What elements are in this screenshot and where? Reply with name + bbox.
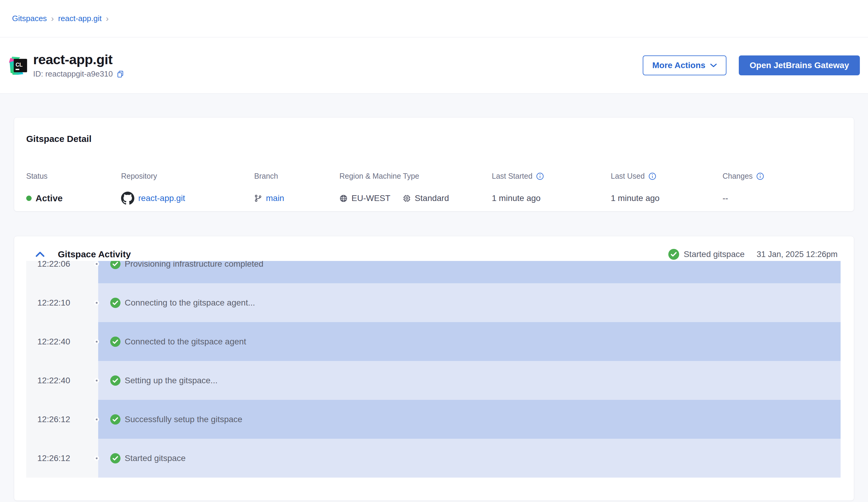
detail-fields: Status Active Repository react-app.git	[26, 172, 842, 205]
gitspace-activity-card: Gitspace Activity Started gitspace 31 Ja…	[14, 236, 854, 501]
title-block: react-app.git ID: reactappgit-a9e310	[33, 52, 124, 79]
log-message: Setting up the gitspace...	[125, 376, 217, 386]
page-title: react-app.git	[33, 52, 124, 67]
check-circle-icon	[110, 337, 121, 347]
last-used-value: 1 minute ago	[611, 191, 723, 205]
log-message: Connecting to the gitspace agent...	[125, 298, 255, 308]
gitspace-detail-card: Gitspace Detail Status Active Repository	[14, 117, 854, 212]
log-time: 12:26:12	[26, 439, 98, 478]
region-machine-label: Region & Machine Type	[339, 172, 492, 181]
globe-icon	[339, 194, 348, 203]
breadcrumb-link-gitspaces[interactable]: Gitspaces	[12, 14, 47, 23]
log-time: 12:22:40	[26, 361, 98, 400]
repository-link[interactable]: react-app.git	[138, 193, 185, 203]
branch-link[interactable]: main	[266, 193, 284, 203]
breadcrumb: Gitspaces › react-app.git ›	[0, 0, 868, 37]
check-circle-icon	[110, 414, 121, 424]
log-message: Successfully setup the gitspace	[125, 414, 242, 424]
info-icon[interactable]	[536, 172, 544, 180]
log-row: 12:22:06 Provisioning infrastructure com…	[26, 261, 840, 283]
activity-status-text: Started gitspace	[684, 249, 744, 259]
region-value: EU-WEST	[351, 193, 390, 203]
log-time: 12:22:40	[26, 322, 98, 361]
log-time: 12:22:06	[26, 261, 98, 283]
status-value: Active	[35, 193, 63, 203]
log-row: 12:22:40 Setting up the gitspace...	[26, 361, 840, 400]
field-region-machine: Region & Machine Type EU-WEST	[339, 172, 492, 205]
activity-log[interactable]: 12:22:06 Provisioning infrastructure com…	[26, 261, 840, 478]
copy-icon[interactable]	[116, 70, 124, 78]
timeline-dot-icon	[94, 339, 99, 344]
check-circle-icon	[110, 261, 121, 269]
log-time: 12:26:12	[26, 400, 98, 439]
machine-type-value: Standard	[415, 193, 449, 203]
gitspace-id: ID: reactappgit-a9e310	[33, 69, 113, 79]
activity-status: Started gitspace	[668, 249, 744, 260]
last-started-value: 1 minute ago	[492, 191, 611, 205]
field-branch: Branch main	[254, 172, 339, 205]
repository-label: Repository	[121, 172, 254, 181]
cpu-chip-icon	[403, 194, 411, 203]
svg-text:CL: CL	[16, 62, 23, 68]
status-label: Status	[26, 172, 121, 181]
open-jetbrains-gateway-button[interactable]: Open JetBrains Gateway	[739, 55, 860, 75]
field-status: Status Active	[26, 172, 121, 205]
log-message: Provisioning infrastructure completed	[125, 261, 264, 269]
breadcrumb-link-react-app[interactable]: react-app.git	[58, 14, 102, 23]
chevron-down-icon	[710, 63, 717, 68]
log-row: 12:26:12 Successfully setup the gitspace	[26, 400, 840, 439]
log-time: 12:22:10	[26, 283, 98, 322]
last-started-label: Last Started	[492, 172, 533, 181]
chevron-up-icon[interactable]	[35, 251, 44, 258]
timeline-dot-icon	[94, 378, 99, 383]
check-circle-icon	[110, 453, 121, 463]
log-message: Connected to the gitspace agent	[125, 337, 246, 347]
log-row: 12:22:40 Connected to the gitspace agent	[26, 322, 840, 361]
timeline-dot-icon	[94, 300, 99, 305]
timeline-dot-icon	[94, 417, 99, 422]
timeline-dot-icon	[94, 456, 99, 461]
page-body: Gitspace Detail Status Active Repository	[0, 94, 868, 502]
activity-header: Gitspace Activity Started gitspace 31 Ja…	[14, 236, 854, 261]
info-icon[interactable]	[649, 172, 656, 180]
branch-label: Branch	[254, 172, 339, 181]
changes-value: --	[723, 191, 842, 205]
github-icon	[121, 192, 134, 205]
info-icon[interactable]	[756, 172, 764, 180]
activity-title: Gitspace Activity	[58, 249, 131, 259]
more-actions-button[interactable]: More Actions	[643, 55, 726, 75]
git-branch-icon	[254, 194, 262, 202]
field-last-used: Last Used 1 minute ago	[611, 172, 723, 205]
field-last-started: Last Started 1 minute ago	[492, 172, 611, 205]
clion-logo-icon: CL	[9, 56, 28, 75]
page-header: CL react-app.git ID: reactappgit-a9e310 …	[0, 37, 868, 94]
page: Gitspaces › react-app.git ›	[0, 0, 868, 502]
breadcrumb-separator: ›	[106, 14, 108, 23]
activity-timestamp: 31 Jan, 2025 12:26pm	[756, 250, 838, 259]
detail-card-title: Gitspace Detail	[26, 134, 842, 144]
breadcrumb-separator: ›	[51, 14, 54, 23]
timeline-dot-icon	[94, 262, 99, 266]
check-circle-icon	[110, 298, 121, 308]
log-message: Started gitspace	[125, 453, 186, 463]
more-actions-label: More Actions	[652, 61, 705, 70]
log-row: 12:26:12 Started gitspace	[26, 439, 840, 478]
status-dot-icon	[26, 196, 32, 201]
log-row: 12:22:10 Connecting to the gitspace agen…	[26, 283, 840, 322]
field-changes: Changes --	[723, 172, 842, 205]
header-actions: More Actions Open JetBrains Gateway	[643, 55, 860, 75]
field-repository: Repository react-app.git	[121, 172, 254, 205]
check-circle-icon	[110, 376, 121, 386]
last-used-label: Last Used	[611, 172, 645, 181]
changes-label: Changes	[723, 172, 753, 181]
check-circle-icon	[668, 249, 679, 260]
